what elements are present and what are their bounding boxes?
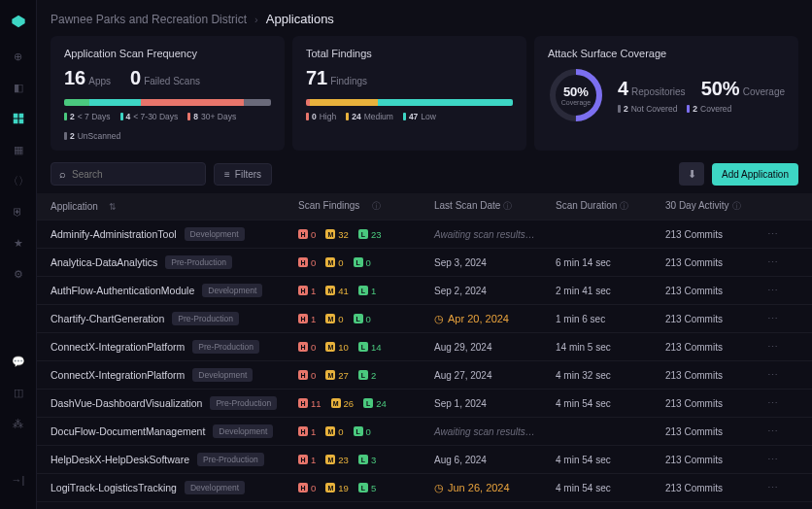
nav-settings-icon[interactable]: ⚙ — [11, 266, 26, 282]
table-header: Application⇅ Scan Findingsⓘ Last Scan Da… — [37, 193, 812, 221]
env-badge: Development — [202, 284, 262, 297]
nav-users-icon[interactable]: ⛨ — [11, 204, 26, 220]
info-icon[interactable]: ⓘ — [732, 201, 741, 211]
nav-docs-icon[interactable]: ◫ — [11, 385, 26, 400]
severity-low: L24 — [363, 398, 387, 409]
severity-medium: M0 — [325, 314, 343, 324]
awaiting-text: Awaiting scan results… — [434, 426, 535, 437]
info-icon[interactable]: ⓘ — [503, 201, 512, 211]
app-name: DocuFlow-DocumentManagement — [51, 425, 205, 437]
env-badge: Pre-Production — [172, 312, 239, 325]
filters-button[interactable]: ≡ Filters — [214, 163, 272, 186]
nav-star-icon[interactable]: ★ — [11, 235, 26, 251]
repos-count: 4 — [618, 78, 628, 99]
clock-icon: ◷ — [434, 313, 444, 325]
row-menu-icon[interactable]: ⋯ — [762, 285, 782, 297]
row-menu-icon[interactable]: ⋯ — [762, 228, 782, 241]
app-name: AuthFlow-AuthenticationModule — [51, 285, 194, 296]
add-application-button[interactable]: Add Application — [712, 163, 798, 186]
env-badge: Development — [192, 368, 253, 382]
severity-high: H0 — [298, 229, 316, 240]
severity-medium: M10 — [325, 342, 349, 353]
app-name: HelpDeskX-HelpDeskSoftware — [51, 454, 189, 465]
info-icon[interactable]: ⓘ — [620, 201, 628, 211]
activity: 213 Commits — [665, 455, 723, 465]
col-findings-header[interactable]: Scan Findings — [298, 200, 359, 213]
table-row[interactable]: ConnectX-IntegrationPlatform Pre-Product… — [37, 333, 812, 361]
table-row[interactable]: Analytica-DataAnalytics Pre-Production H… — [37, 249, 812, 277]
breadcrumb-org[interactable]: Pawnee Parks and Recreation District — [51, 13, 247, 26]
table-row[interactable]: DocuFlow-DocumentManagement Development … — [37, 418, 812, 446]
severity-medium: M19 — [325, 483, 349, 493]
nav-debug-icon[interactable]: ⁂ — [11, 416, 26, 431]
activity: 213 Commits — [665, 257, 723, 268]
row-menu-icon[interactable]: ⋯ — [762, 369, 782, 382]
nav-grid-icon[interactable]: ▦ — [11, 142, 26, 157]
search-box[interactable]: ⌕ — [51, 162, 206, 186]
env-badge: Development — [185, 227, 245, 241]
nav-home-icon[interactable]: ⊕ — [11, 49, 26, 64]
env-badge: Pre-Production — [192, 340, 259, 354]
severity-medium: M0 — [325, 426, 343, 437]
table-row[interactable]: NotateX-NoteTakingApp Pre-ProductionErro… — [37, 502, 812, 509]
download-button[interactable]: ⬇ — [679, 162, 704, 186]
legend-item: 830+ Days — [187, 112, 236, 121]
table-row[interactable]: ConnectX-IntegrationPlatform Development… — [37, 361, 812, 390]
severity-medium: M27 — [325, 370, 349, 381]
row-menu-icon[interactable]: ⋯ — [762, 341, 782, 354]
row-menu-icon[interactable]: ⋯ — [762, 313, 782, 325]
scan-duration: 14 min 5 sec — [556, 342, 611, 353]
row-menu-icon[interactable]: ⋯ — [762, 256, 782, 269]
table-row[interactable]: LogiTrack-LogisticsTracking Development … — [37, 474, 812, 502]
severity-medium: M23 — [325, 455, 349, 465]
col-duration-header[interactable]: Scan Duration — [556, 200, 617, 211]
nav-code-icon[interactable]: 〈〉 — [11, 173, 26, 188]
row-menu-icon[interactable]: ⋯ — [762, 397, 782, 410]
legend-item: 2Covered — [687, 104, 731, 114]
severity-low: L2 — [358, 370, 376, 381]
scan-frequency-card: Application Scan Frequency 16Apps 0Faile… — [51, 36, 285, 151]
scan-duration: 6 min 14 sec — [556, 257, 611, 268]
row-menu-icon[interactable]: ⋯ — [762, 454, 782, 466]
nav-chat-icon[interactable]: 💬 — [11, 354, 26, 369]
scan-date-warning: ◷Jun 26, 2024 — [434, 482, 556, 494]
table-row[interactable]: DashVue-DashboardVisualization Pre-Produ… — [37, 390, 812, 418]
table-row[interactable]: Chartify-ChartGeneration Pre-Production … — [37, 305, 812, 333]
activity: 213 Commits — [665, 398, 723, 409]
scan-duration: 4 min 54 sec — [556, 483, 611, 493]
legend-item: 2< 7 Days — [64, 112, 111, 121]
table-row[interactable]: Adminify-AdministrationTool Development … — [37, 221, 812, 249]
col-date-header[interactable]: Last Scan Date — [434, 200, 500, 211]
activity: 213 Commits — [665, 342, 723, 353]
findings-count: 71 — [306, 67, 327, 88]
nav-dashboard-icon[interactable]: ◧ — [11, 80, 26, 95]
collapse-icon[interactable]: →| — [11, 472, 26, 488]
severity-low: L14 — [358, 342, 382, 353]
env-badge: Pre-Production — [197, 453, 264, 466]
scan-date: Aug 29, 2024 — [434, 342, 492, 353]
scan-date: Sep 1, 2024 — [434, 398, 487, 409]
sidebar: ⊕ ◧ ▦ 〈〉 ⛨ ★ ⚙ 💬 ◫ ⁂ →| — [0, 0, 37, 509]
chevron-right-icon: › — [254, 14, 258, 25]
logo-icon[interactable] — [9, 14, 28, 33]
row-menu-icon[interactable]: ⋯ — [762, 482, 782, 494]
apps-count: 16 — [64, 67, 85, 88]
search-input[interactable] — [72, 169, 197, 180]
nav-apps-icon[interactable] — [11, 111, 26, 126]
severity-low: L0 — [354, 314, 371, 324]
col-activity-header[interactable]: 30 Day Activity — [665, 200, 729, 211]
awaiting-text: Awaiting scan results… — [434, 229, 535, 240]
freq-bar — [64, 99, 271, 106]
toolbar: ⌕ ≡ Filters ⬇ Add Application — [37, 151, 812, 193]
table-row[interactable]: HelpDeskX-HelpDeskSoftware Pre-Productio… — [37, 446, 812, 474]
findings-bar — [306, 99, 513, 106]
findings-card: Total Findings 71Findings 0High24Medium4… — [292, 36, 526, 151]
col-app-header[interactable]: Application — [51, 201, 98, 212]
sort-icon[interactable]: ⇅ — [109, 202, 117, 212]
info-icon[interactable]: ⓘ — [372, 200, 381, 213]
activity: 213 Commits — [665, 286, 723, 296]
severity-low: L1 — [358, 286, 376, 296]
table-row[interactable]: AuthFlow-AuthenticationModule Developmen… — [37, 277, 812, 305]
row-menu-icon[interactable]: ⋯ — [762, 425, 782, 438]
main-content: Pawnee Parks and Recreation District › A… — [37, 0, 812, 509]
